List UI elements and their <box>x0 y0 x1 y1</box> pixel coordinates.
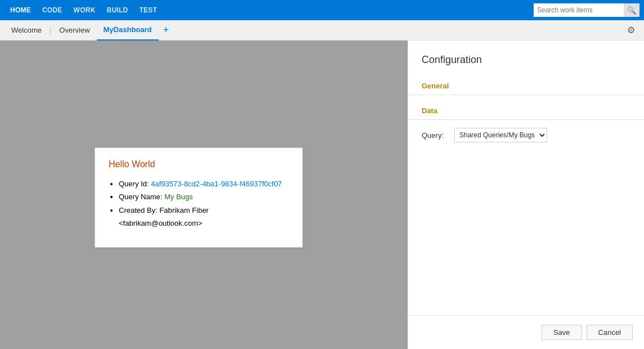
config-query-select[interactable]: Shared Queries/My Bugs Shared Queries/Al… <box>454 128 547 142</box>
config-general-label: General <box>408 75 644 95</box>
search-icon: 🔍 <box>627 6 636 15</box>
tab-mydashboard[interactable]: MyDashboard <box>97 20 159 41</box>
query-name-value: My Bugs <box>164 193 193 201</box>
nav-home[interactable]: HOME <box>5 0 37 20</box>
dashboard-area: Hello World Query Id: 4af93573-8cd2-4ba1… <box>0 41 408 349</box>
nav-work[interactable]: WORK <box>68 0 101 20</box>
config-data-label: Data <box>408 100 644 120</box>
nav-separator: | <box>48 26 52 34</box>
main-content: Hello World Query Id: 4af93573-8cd2-4ba1… <box>0 41 644 349</box>
configuration-panel: Configuration General Data Query: Shared… <box>408 41 644 349</box>
search-container: 🔍 <box>534 3 639 17</box>
add-dashboard-button[interactable]: + <box>159 20 174 41</box>
widget-info-list: Query Id: 4af93573-8cd2-4ba1-9834-f46937… <box>109 177 289 230</box>
top-navigation: HOME CODE WORK BUILD TEST 🔍 <box>0 0 644 20</box>
config-footer: Save Cancel <box>408 315 644 349</box>
settings-button[interactable]: ⚙ <box>623 21 639 39</box>
secondary-navigation: Welcome | Overview MyDashboard + ⚙ <box>0 20 644 41</box>
save-button[interactable]: Save <box>542 325 582 340</box>
nav-code[interactable]: CODE <box>37 0 68 20</box>
query-id-value: 4af93573-8cd2-4ba1-9834-f46937f0cf07 <box>151 180 282 188</box>
created-by-label: Created By: <box>119 206 158 214</box>
search-input[interactable] <box>534 3 624 17</box>
nav-build[interactable]: BUILD <box>101 0 134 20</box>
query-name-label: Query Name: <box>119 193 162 201</box>
config-query-row: Query: Shared Queries/My Bugs Shared Que… <box>408 120 644 150</box>
nav-test[interactable]: TEST <box>133 0 163 20</box>
cancel-button[interactable]: Cancel <box>587 325 633 340</box>
config-title: Configuration <box>408 41 644 75</box>
query-id-label: Query Id: <box>119 180 149 188</box>
tab-overview[interactable]: Overview <box>52 20 96 41</box>
widget-card: Hello World Query Id: 4af93573-8cd2-4ba1… <box>95 147 303 248</box>
search-box: 🔍 <box>534 3 639 17</box>
tab-welcome[interactable]: Welcome <box>5 20 48 41</box>
widget-query-id: Query Id: 4af93573-8cd2-4ba1-9834-f46937… <box>119 177 289 190</box>
widget-query-name: Query Name: My Bugs <box>119 190 289 203</box>
widget-created-by: Created By: Fabrikam Fiber <fabrikam@out… <box>119 204 289 230</box>
gear-icon: ⚙ <box>627 25 635 35</box>
search-button[interactable]: 🔍 <box>624 3 639 17</box>
config-query-label: Query: <box>422 131 450 140</box>
widget-title: Hello World <box>109 159 289 169</box>
